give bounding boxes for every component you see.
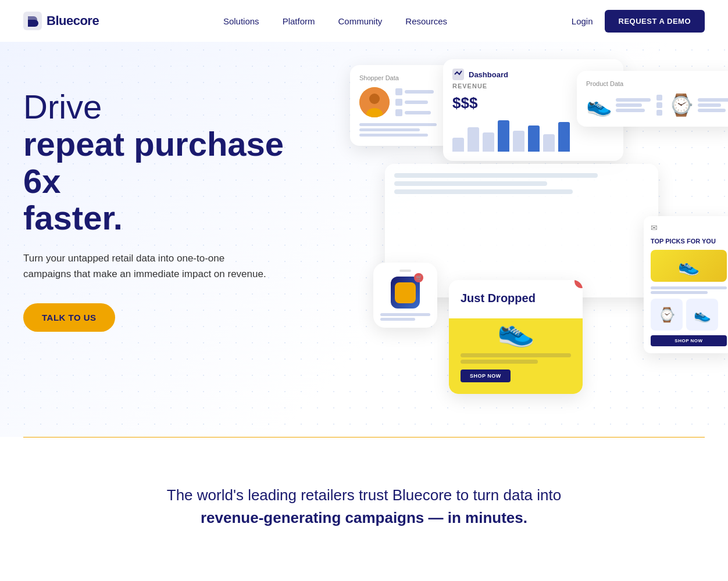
chart-bar	[528, 125, 540, 152]
prod-line	[616, 98, 651, 102]
email-top-picks-card: ✉ TOP PICKS FOR YOU 👟 ⌚ 👟 SHOP NOW	[644, 216, 728, 353]
chart-bar	[558, 122, 570, 152]
email-main-product: 👟	[651, 250, 727, 282]
icon-bar	[405, 101, 428, 104]
nav-resources[interactable]: Resources	[405, 16, 447, 26]
prod-icon	[656, 110, 662, 116]
email-header: ✉	[651, 223, 727, 232]
hero-title-line2: repeat purchase 6x	[23, 125, 302, 200]
prod-icon	[656, 95, 662, 101]
icon-bar	[405, 90, 434, 94]
phone-line	[380, 313, 430, 316]
shopper-icons	[395, 88, 434, 116]
dropped-shoe-img: 👟	[461, 313, 571, 349]
phone-content: 🛒	[380, 277, 430, 321]
logo-text: Bluecore	[47, 13, 99, 28]
phone-header	[380, 270, 430, 272]
prod-line	[698, 109, 726, 112]
chart-bar	[543, 134, 555, 152]
hero-title: Drive repeat purchase 6x faster.	[23, 88, 302, 236]
svg-point-2	[369, 94, 380, 104]
avatar-person-svg	[359, 87, 390, 117]
close-button[interactable]: ✕	[574, 280, 583, 288]
product-icons	[656, 95, 662, 116]
trust-text: The world's leading retailers trust Blue…	[160, 484, 568, 529]
dropped-content: Just Dropped 👟 SHOP NOW	[461, 292, 571, 382]
dashboard-icon	[452, 69, 464, 80]
prod-line	[616, 103, 642, 107]
icon-line-2	[395, 99, 434, 106]
phone-watch-container: 🛒	[391, 277, 420, 309]
content-line	[394, 181, 547, 186]
hero-title-line1: Drive	[23, 88, 102, 125]
nav-links: Solutions Platform Community Resources	[223, 16, 447, 26]
content-line	[394, 173, 598, 178]
dropped-line	[461, 360, 538, 364]
watch-face	[395, 282, 416, 303]
prod-line	[698, 98, 728, 102]
middle-card-content	[385, 164, 658, 203]
product-lines	[698, 98, 728, 112]
bar	[359, 128, 420, 131]
shoe-emoji: 👟	[586, 93, 612, 117]
dashboard-title: Dashboard	[469, 70, 508, 79]
email-line	[651, 286, 727, 289]
trust-section: The world's leading retailers trust Blue…	[0, 437, 728, 576]
chart-bar	[483, 132, 494, 152]
icon-bar	[405, 111, 431, 114]
phone-card: 🛒	[373, 263, 437, 328]
prod-line	[698, 103, 721, 107]
hero-subtitle: Turn your untapped retail data into one-…	[23, 250, 267, 282]
content-line	[394, 189, 573, 194]
email-envelope-icon: ✉	[651, 223, 658, 232]
icon-square	[395, 109, 402, 116]
svg-rect-4	[452, 69, 464, 80]
phone-notch	[399, 270, 411, 272]
phone-line	[380, 318, 415, 321]
nav-solutions[interactable]: Solutions	[223, 16, 259, 26]
trust-text-bold: revenue-generating campaigns — in minute…	[201, 509, 527, 526]
product-data-card: Product Data 👟	[577, 71, 728, 127]
email-shop-button[interactable]: SHOP NOW	[651, 335, 727, 346]
email-title: TOP PICKS FOR YOU	[651, 237, 727, 245]
email-lines	[651, 286, 727, 294]
email-product-watch: ⌚	[651, 299, 683, 331]
nav-platform[interactable]: Platform	[283, 16, 315, 26]
hero-section: Drive repeat purchase 6x faster. Turn yo…	[0, 42, 728, 437]
nav-actions: Login REQUEST A DEMO	[572, 10, 705, 33]
email-product-shoe2: 👟	[686, 299, 718, 331]
product-item-shoe: 👟	[586, 93, 662, 117]
chart-bar	[498, 120, 509, 152]
shopper-card-content	[359, 87, 445, 117]
shopper-data-card: Shopper Data	[350, 65, 455, 146]
cart-badge: 🛒	[414, 273, 423, 282]
hero-illustration: Shopper Data	[333, 59, 728, 437]
chart-bar	[513, 131, 524, 152]
bar	[359, 134, 428, 137]
dropped-title: Just Dropped	[461, 292, 571, 305]
bluecore-logo-icon	[23, 12, 42, 30]
chart-bar	[468, 127, 479, 152]
nav-community[interactable]: Community	[338, 16, 382, 26]
avatar	[359, 87, 390, 117]
bar	[359, 123, 437, 126]
talk-to-us-button[interactable]: TALK TO US	[23, 303, 115, 332]
request-demo-button[interactable]: REQUEST A DEMO	[605, 10, 705, 33]
icon-square	[395, 88, 402, 95]
login-link[interactable]: Login	[572, 16, 593, 26]
trust-text-normal: The world's leading retailers trust Blue…	[167, 486, 561, 504]
hero-content: Drive repeat purchase 6x faster. Turn yo…	[23, 77, 302, 332]
prod-line	[616, 109, 645, 112]
hero-title-line3: faster.	[23, 199, 302, 236]
shop-now-button[interactable]: SHOP NOW	[461, 370, 511, 382]
product-lines	[616, 98, 651, 112]
shopper-bars	[359, 123, 445, 137]
watch-emoji: ⌚	[668, 93, 694, 117]
email-line	[651, 291, 708, 294]
dropped-line	[461, 353, 571, 357]
navigation: Bluecore Solutions Platform Community Re…	[0, 0, 728, 42]
logo[interactable]: Bluecore	[23, 12, 99, 30]
dropped-lines	[461, 353, 571, 364]
phone-lines	[380, 313, 430, 321]
product-card-title: Product Data	[586, 80, 728, 87]
